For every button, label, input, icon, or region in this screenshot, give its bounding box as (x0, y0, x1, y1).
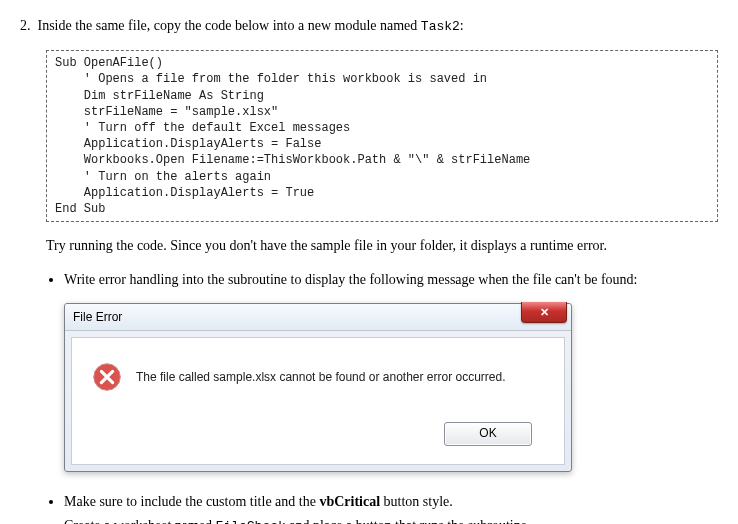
bullet-list-bottom: Make sure to include the custom title an… (46, 492, 718, 524)
b1-pre: Make sure to include the custom title an… (64, 494, 319, 509)
close-icon: ✕ (540, 305, 549, 320)
bullet-list-top: Write error handling into the subroutine… (46, 270, 718, 290)
list-item: Make sure to include the custom title an… (64, 492, 718, 512)
step-text-before: Inside the same file, copy the code belo… (38, 18, 421, 33)
dialog-body: The file called sample.xlsx cannot be fo… (71, 337, 565, 465)
step-number: 2. (20, 16, 34, 36)
b2-code: FileCheck (216, 519, 286, 524)
ok-button[interactable]: OK (444, 422, 532, 446)
button-row: OK (92, 422, 544, 446)
close-button[interactable]: ✕ (521, 302, 567, 323)
dialog-message: The file called sample.xlsx cannot be fo… (136, 369, 506, 386)
b2-post: and place a button that runs the subrout… (286, 518, 531, 524)
step-text-after: : (460, 18, 464, 33)
b1-bold: vbCritical (319, 494, 380, 509)
message-row: The file called sample.xlsx cannot be fo… (92, 362, 544, 392)
dialog-title: File Error (73, 309, 122, 326)
b2-pre: Create a worksheet named (64, 518, 216, 524)
after-code-paragraph: Try running the code. Since you don't ha… (46, 236, 718, 256)
error-icon (92, 362, 122, 392)
b1-post: button style. (380, 494, 453, 509)
list-item: Write error handling into the subroutine… (64, 270, 718, 290)
dialog-titlebar: File Error ✕ (65, 304, 571, 331)
list-item: Create a worksheet named FileCheck and p… (64, 516, 718, 524)
error-dialog: File Error ✕ The file called sample.xlsx… (64, 303, 572, 472)
code-block: Sub OpenAFile() ' Opens a file from the … (46, 50, 718, 222)
module-name: Task2 (421, 19, 460, 34)
step-line: 2. Inside the same file, copy the code b… (20, 16, 718, 36)
